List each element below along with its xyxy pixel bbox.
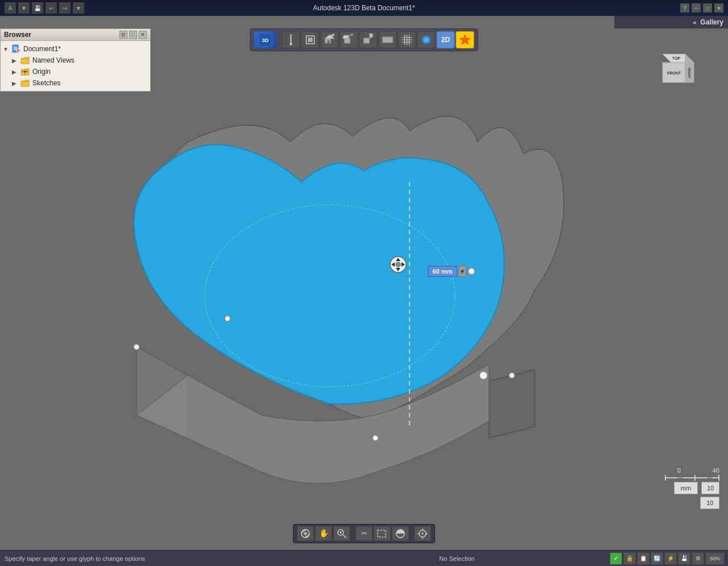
svg-rect-62	[378, 530, 386, 537]
window-title: Autodesk 123D Beta Document1*	[313, 4, 415, 12]
svg-rect-11	[350, 34, 354, 37]
history-button[interactable]: 📋	[637, 552, 650, 565]
ruler-scale: 0 40 mm 10 10	[665, 467, 719, 509]
select-button[interactable]: ✂	[355, 526, 373, 541]
svg-rect-5	[308, 38, 313, 42]
svg-rect-12	[343, 35, 350, 39]
svg-rect-14	[370, 34, 373, 38]
ortho-button[interactable]	[379, 31, 397, 48]
pan-button[interactable]: ✋	[315, 526, 332, 541]
svg-point-40	[509, 373, 515, 378]
cloud-button[interactable]: 💾	[678, 552, 690, 565]
svg-point-38	[373, 435, 378, 441]
expand-icon[interactable]: ▼	[73, 2, 84, 14]
titlebar: A ▼ 💾 ↩ ↪ ▼ Autodesk 123D Beta Document1…	[0, 0, 728, 16]
save-icon[interactable]: 💾	[32, 2, 43, 14]
home-view-button[interactable]	[321, 31, 339, 48]
special-button[interactable]	[456, 31, 474, 48]
browser-tree: ▼ ! Document1* ▶	[1, 41, 150, 91]
svg-text:3D: 3D	[262, 38, 269, 43]
help-icon[interactable]: ?	[680, 3, 689, 13]
document-icon: !	[11, 44, 21, 53]
tree-item-named-views[interactable]: ▶ Named Views	[1, 55, 150, 66]
svg-text:FRONT: FRONT	[667, 71, 681, 75]
svg-point-41	[479, 371, 487, 379]
gallery-label[interactable]: Gallery	[700, 18, 723, 26]
undo-icon[interactable]: ↩	[46, 2, 57, 14]
redo-icon[interactable]: ↪	[59, 2, 71, 14]
zoom-percent[interactable]: 50%	[705, 552, 725, 565]
sketches-folder-icon	[20, 79, 30, 88]
status-bar: Specify taper angle or use glyph to chan…	[0, 550, 728, 566]
heart-shape	[91, 97, 569, 484]
back-view-button[interactable]	[340, 31, 358, 48]
tree-item-document[interactable]: ▼ ! Document1*	[1, 43, 150, 55]
svg-text:RIGHT: RIGHT	[688, 68, 691, 79]
lock-button[interactable]: 🔒	[623, 552, 636, 565]
svg-marker-3	[289, 43, 293, 46]
app-logo-icon: A	[5, 2, 16, 14]
bottom-sep-1	[353, 528, 353, 539]
bottom-toolbar: ✋ ✂	[293, 524, 435, 543]
tree-arrow-sketches: ▶	[12, 80, 20, 86]
selection-status: No Selection	[308, 555, 606, 562]
dimension-lock-icon[interactable]	[468, 267, 475, 275]
tree-arrow-origin: ▶	[12, 69, 20, 75]
dimension-input-group: 60 mm ▼	[428, 266, 475, 277]
browser-collapse-button[interactable]: ⊟	[119, 31, 127, 39]
zoom-button[interactable]	[333, 526, 350, 541]
confirm-button[interactable]: ✔	[610, 552, 622, 565]
toolbar-sep-1	[279, 33, 280, 47]
maximize-button[interactable]: □	[703, 3, 712, 13]
origin-icon	[20, 67, 30, 76]
tree-item-sketches[interactable]: ▶ Sketches	[1, 77, 150, 89]
right-view-button[interactable]	[359, 31, 378, 48]
rect-select-button[interactable]	[374, 526, 391, 541]
browser-title: Browser	[4, 31, 31, 39]
main-toolbar: 3D	[250, 28, 478, 51]
pen-tool-button[interactable]	[282, 31, 300, 48]
sketches-label: Sketches	[32, 79, 60, 87]
ruler-value-label: 10	[701, 482, 719, 494]
ruler-0-label: 0	[677, 467, 681, 474]
browser-tile-button[interactable]: □	[129, 31, 137, 39]
svg-rect-8	[328, 40, 330, 43]
settings-button[interactable]: ⚙	[692, 552, 704, 565]
svg-marker-24	[460, 35, 470, 44]
svg-point-55	[304, 532, 307, 535]
status-message: Specify taper angle or use glyph to chan…	[0, 555, 308, 562]
document-label: Document1*	[23, 45, 61, 53]
close-button[interactable]: ✕	[714, 3, 723, 13]
display-button[interactable]	[392, 526, 409, 541]
viewcube[interactable]: TOP FRONT RIGHT	[651, 51, 697, 97]
2d-button[interactable]: 2D	[437, 31, 455, 48]
browser-controls: ⊟ □ ✕	[119, 31, 147, 39]
lightning-button[interactable]: ⚡	[664, 552, 677, 565]
gallery-arrow-icon[interactable]: ◄	[691, 19, 697, 26]
sync-button[interactable]: 🔄	[651, 552, 663, 565]
named-views-label: Named Views	[32, 56, 75, 64]
browser-panel: Browser ⊟ □ ✕ ▼ ! Document1*	[0, 28, 151, 92]
logo-button[interactable]: 3D	[254, 31, 277, 48]
snap-button[interactable]	[414, 526, 431, 541]
svg-text:✂: ✂	[361, 529, 367, 538]
folder-icon	[20, 56, 30, 65]
dimension-input[interactable]: 60 mm	[428, 266, 457, 277]
svg-point-34	[24, 71, 26, 73]
browser-header: Browser ⊟ □ ✕	[1, 29, 150, 41]
front-view-button[interactable]	[301, 31, 320, 48]
minimize-button[interactable]: ─	[692, 3, 701, 13]
orbit-button[interactable]	[297, 526, 314, 541]
svg-point-43	[395, 262, 401, 267]
grid-button[interactable]	[398, 31, 416, 48]
tree-arrow-named-views: ▶	[12, 57, 20, 64]
app-icons: A ▼ 💾 ↩ ↪ ▼	[5, 2, 84, 14]
menu-icon[interactable]: ▼	[18, 2, 30, 14]
dimension-dropdown-button[interactable]: ▼	[458, 266, 466, 277]
browser-close-button[interactable]: ✕	[139, 31, 147, 39]
render-button[interactable]	[417, 31, 436, 48]
tree-item-origin[interactable]: ▶ Origin	[1, 66, 150, 77]
bottom-sep-2	[411, 528, 412, 539]
svg-line-58	[343, 535, 346, 538]
svg-text:TOP: TOP	[672, 56, 681, 60]
